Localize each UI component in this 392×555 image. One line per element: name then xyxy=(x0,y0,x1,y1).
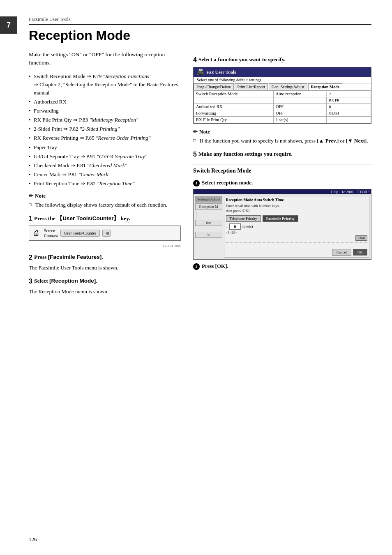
step-5-label: Make any function settings you require. xyxy=(198,151,293,157)
rx-screen-body: Settings/Adjust Reception M tion ls Rece… xyxy=(194,194,371,259)
list-item: Checkered Mark ⇒ P.81 "Checkered Mark" xyxy=(29,161,181,170)
note-title-left: ✏ Note xyxy=(29,193,181,199)
sidebar-tab-reception[interactable]: Reception M xyxy=(195,203,222,210)
note-box-left: ✏ Note The following display shows facto… xyxy=(29,193,181,209)
step-3-body: The Reception Mode menu is shown. xyxy=(29,288,181,296)
fax-tab-4[interactable]: Reception Mode xyxy=(308,83,343,90)
list-item: Print Reception Time ⇒ P.82 "Reception T… xyxy=(29,180,181,188)
sub-step-2-num: 2 xyxy=(193,263,200,270)
table-cell: R xyxy=(327,104,371,110)
table-cell: Auto reception xyxy=(273,91,326,97)
list-item: Paper Tray xyxy=(29,143,181,152)
sub-step-1-label: Select reception mode. xyxy=(202,180,253,186)
list-item: RX File Print Qty ⇒ P.83 "Multicopy Rece… xyxy=(29,116,181,124)
section-divider xyxy=(193,164,371,164)
rx-screen-title: Reception Mode Auto Switch Time xyxy=(226,198,367,202)
rx-topbar: Help 1e-2001 T333HP xyxy=(194,189,371,194)
step-2-body: The Facsimile User Tools menu is shown. xyxy=(29,264,181,272)
user-tools-btn[interactable]: User Tools/Counter xyxy=(60,230,100,237)
fax-tools-tabs: Prog./Change/Delete Print List/Report Ge… xyxy=(194,83,371,90)
sub-step-2: 2 Press [OK]. xyxy=(193,263,371,270)
sidebar-tab-settings[interactable]: Settings/Adjust xyxy=(195,196,222,203)
rx-input-unit: time(s) xyxy=(242,224,253,228)
topbar-code: 1e-2001 xyxy=(341,190,354,194)
telephone-priority-btn[interactable]: Telephone Priority xyxy=(226,215,261,222)
sidebar-tab-item-3[interactable]: tion xyxy=(195,220,222,226)
table-row: RX PR xyxy=(194,97,371,104)
step-4-label: Select a function you want to specify. xyxy=(198,56,286,63)
pencil-icon: ✏ xyxy=(29,193,33,199)
bullet-list: Switch Reception Mode ⇒ P.79 "Reception … xyxy=(29,72,181,188)
rx-input-range: <1~29> xyxy=(226,230,367,235)
table-row: RX File Print Qty 1 set(s) xyxy=(194,117,371,123)
fax-tools-title-text: Fax User Tools xyxy=(206,70,236,75)
step-2-header: 2 Press [Facsimile Features]. xyxy=(29,254,181,261)
screen-label-1: Screen xyxy=(44,228,58,233)
page: 7 Facsimile User Tools Reception Mode Ma… xyxy=(0,0,392,555)
sidebar-tab-item-4[interactable]: ls xyxy=(195,232,222,238)
step-1-label: Press the 【User Tools/Counter】 key. xyxy=(34,215,130,222)
rx-ok-button[interactable]: OK xyxy=(353,249,367,256)
list-item: Forwarding xyxy=(29,107,181,115)
table-cell xyxy=(194,97,274,104)
rx-screen-right: Reception Mode Auto Switch Time Enter re… xyxy=(224,196,369,258)
printer-icon: 🖨 xyxy=(32,229,40,237)
screen-code: ZZ3S0010N xyxy=(29,244,181,248)
page-number: 126 xyxy=(29,536,37,543)
table-row: Authorized RX OFF R xyxy=(194,104,371,110)
table-cell: 2 xyxy=(327,91,371,97)
table-cell xyxy=(327,117,371,123)
fax-tab-1[interactable]: Prog./Change/Delete xyxy=(194,83,234,90)
step-1-screen: 🖨 Screen Contrast User Tools/Counter ⊕ xyxy=(29,226,181,241)
list-item: G3/G4 Separate Tray ⇒ P.91 "G3/G4 Separa… xyxy=(29,152,181,161)
rx-clear-button[interactable]: Clear xyxy=(355,235,367,241)
table-cell: G3/G4 xyxy=(327,110,371,117)
rx-cancel-button[interactable]: Cancel xyxy=(332,249,351,256)
step-4-header: 4 Select a function you want to specify. xyxy=(193,56,371,64)
step-3-header: 3 Select [Reception Mode]. xyxy=(29,278,181,285)
table-cell: RX File Print Qty xyxy=(194,117,274,123)
table-cell: Switch Reception Mode xyxy=(194,91,274,97)
list-item: Authorized RX xyxy=(29,98,181,106)
fax-tools-subtitle: Select one of following default settings… xyxy=(194,77,371,83)
step-4-num: 4 xyxy=(193,56,197,64)
chapter-badge: 7 xyxy=(0,16,17,34)
sidebar-tab-spacer xyxy=(196,211,222,219)
rx-input-value[interactable]: 6 xyxy=(229,223,241,230)
table-cell: OFF xyxy=(273,110,326,117)
step-3-num: 3 xyxy=(29,278,32,285)
rx-input-row: _ 6 time(s) xyxy=(226,223,367,230)
rx-bottom-buttons: Cancel OK xyxy=(226,249,367,256)
step-3-label: Select [Reception Mode]. xyxy=(34,278,97,284)
sidebar-tabs: Settings/Adjust Reception M tion ls xyxy=(195,196,222,238)
screen-label-2: Contrast xyxy=(44,233,58,238)
topbar-id: T333HP xyxy=(357,190,369,194)
step-5-header: 5 Make any function settings you require… xyxy=(193,151,371,158)
sub-step-1: 1 Select reception mode. xyxy=(193,180,371,187)
step-5-num: 5 xyxy=(193,151,197,158)
sidebar-spacer xyxy=(195,227,222,231)
table-cell: OFF xyxy=(273,104,326,110)
sub-step-2-label: Press [OK]. xyxy=(202,263,228,269)
fax-tab-2[interactable]: Print List/Report xyxy=(235,83,268,90)
facsimile-priority-btn[interactable]: Facsimile Priority xyxy=(263,215,298,222)
fax-table: Switch Reception Mode Auto reception 2 R… xyxy=(194,90,371,123)
note-item-left: The following display shows factory defa… xyxy=(29,201,181,209)
screen-extra-btn[interactable]: ⊕ xyxy=(102,230,111,237)
rx-screen-instruction: Enter recall time with Number keys,then … xyxy=(226,203,367,214)
intro-text: Make the settings "ON" or "OFF" for the … xyxy=(29,51,181,67)
list-item: 2-Sided Print ⇒ P.82 "2-Sided Printing" xyxy=(29,125,181,133)
right-column: 4 Select a function you want to specify.… xyxy=(193,51,371,299)
table-row: Switch Reception Mode Auto reception 2 xyxy=(194,91,371,97)
table-cell: Authorized RX xyxy=(194,104,274,110)
fax-icon: 📠 xyxy=(197,69,204,76)
screen-inner: Screen Contrast User Tools/Counter ⊕ xyxy=(44,228,111,238)
table-cell: Forwarding xyxy=(194,110,274,117)
underscore-icon: _ xyxy=(226,224,228,228)
fax-tab-3[interactable]: Gen. Setting/Adjust xyxy=(269,83,307,90)
switch-section-title: Switch Reception Mode xyxy=(193,168,371,176)
note-title-right: ✏ Note xyxy=(193,129,371,135)
pencil-icon-right: ✏ xyxy=(193,129,198,135)
step-2-label: Press [Facsimile Features]. xyxy=(34,254,103,260)
fax-tools-box: 📠 Fax User Tools Select one of following… xyxy=(193,67,371,124)
